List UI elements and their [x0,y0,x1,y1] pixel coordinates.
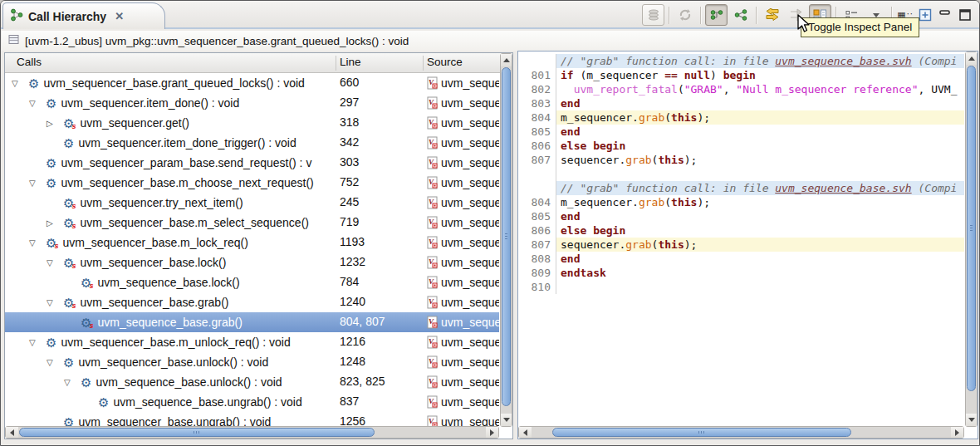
mouse-cursor [796,14,813,37]
line-cell: 303 [340,155,359,169]
tree-row[interactable]: ⚙uvm_sequence_base.ungrab() : void837Vuv… [5,392,499,412]
tree-row[interactable]: ▽⚙uvm_sequencer_base.m_unlock_req() : vo… [5,332,499,352]
source-cell: Vuvm_seque [427,292,499,312]
tree-row[interactable]: ▽⚙uvm_sequencer.item_done() : void297Vuv… [5,93,499,113]
scrollbar-thumb[interactable] [552,428,851,437]
scrollbar-thumb[interactable] [967,66,976,391]
minimize-icon[interactable] [936,5,954,25]
scrollbar-thumb[interactable] [502,67,511,406]
call-label: uvm_sequencer_base.lock() [80,256,226,269]
code-horizontal-scrollbar[interactable] [518,426,964,439]
tree-row[interactable]: ⚙uvm_sequencer_param_base.send_request()… [5,153,499,173]
method-icon: ⚙ [98,396,109,409]
tree-row[interactable]: ▽⚙suvm_sequencer_base.grab()1240Vuvm_seq… [5,292,499,312]
code-line-content: sequencer.grab(this); [556,238,964,252]
sv-file-icon: V [427,216,438,229]
tree-row[interactable]: ▽⚙uvm_sequencer_base.unlock() : void1248… [5,352,499,372]
scrollbar-thumb[interactable] [19,428,375,437]
refresh-icon[interactable] [674,4,696,26]
expander-icon[interactable]: ▽ [47,298,63,307]
line-number: 804 [519,195,556,209]
scroll-right-arrow[interactable] [486,427,498,438]
expander-icon[interactable]: ▽ [47,258,63,267]
scroll-down-arrow[interactable] [501,414,512,426]
swap-caller-callee-icon[interactable] [761,4,783,26]
code-line-content [556,167,964,181]
column-header-calls[interactable]: Calls [17,56,42,68]
column-header-source[interactable]: Source [427,56,463,68]
source-file-name: uvm_seque [441,216,499,229]
tree-row[interactable]: ▽⚙suvm_sequencer_base.lock()1232Vuvm_seq… [5,252,499,272]
sv-file-icon: V [427,395,438,409]
close-icon[interactable]: ✕ [115,10,124,22]
expander-icon[interactable]: ▽ [12,79,28,88]
scroll-left-arrow[interactable] [6,427,18,438]
line-number: 807 [519,153,556,167]
code-token: endtask [561,267,606,279]
expander-icon[interactable]: ▽ [47,358,63,367]
tree-row[interactable]: ⚙uvm_sequencer.item_done_trigger() : voi… [5,133,499,153]
line-cell: 1248 [340,355,365,368]
code-line: 807sequencer.grab(this); [519,153,964,167]
scroll-left-arrow[interactable] [519,427,532,438]
line-number: 805 [519,125,556,139]
file-link[interactable]: uvm_sequence_base.svh [775,182,911,194]
call-label: uvm_sequence_base.unlock() : void [96,375,282,389]
history-icon[interactable] [642,4,664,26]
line-cell: 297 [340,96,359,109]
sv-file-icon: V [427,236,438,249]
sv-file-icon: V [427,296,438,309]
code-line: 801if (m_sequencer == null) begin [519,68,964,82]
code-token: // "grab" function call: in file [561,182,775,194]
tree-row-selected[interactable]: ⚙suvm_sequence_base.grab()804, 807Vuvm_s… [5,312,499,332]
sv-file-icon: V [427,316,438,329]
file-link[interactable]: uvm_sequence_base.svh [775,55,911,67]
scroll-up-arrow[interactable] [501,54,512,66]
tree-row[interactable]: ▽⚙uvm_sequence_base.unlock() : void823, … [5,372,499,392]
tree-row[interactable]: ▷⚙suvm_sequencer_base.m_select_sequence(… [5,213,499,233]
tree-row[interactable]: ▽⚙uvm_sequencer_base.m_choose_next_reque… [5,173,499,193]
expander-icon[interactable]: ▽ [29,99,46,108]
tree-row[interactable]: ⚙uvm_sequencer_base.ungrab() : void1256V… [5,412,499,427]
source-cell: Vuvm_seque [427,193,499,213]
column-divider[interactable] [336,56,336,71]
expander-icon[interactable]: ▽ [29,238,46,248]
code-token: ( [664,196,671,208]
code-token: ( [678,83,684,96]
source-file-name: uvm_seque [441,196,499,209]
line-number: 803 [519,96,556,110]
tree-row-left: ▷⚙suvm_sequencer_base.m_select_sequence(… [5,213,321,233]
sv-file-icon: V [427,415,438,427]
scroll-right-arrow[interactable] [951,427,963,438]
tab-call-hierarchy[interactable]: Call Hierarchy ✕ [2,2,165,29]
code-editor[interactable]: // "grab" function call: in file uvm_seq… [519,52,964,425]
tree-row[interactable]: ⚙suvm_sequence_base.lock()784Vuvm_seque [5,272,499,292]
member-icon [8,33,19,48]
expander-icon[interactable]: ▷ [47,218,63,228]
expander-icon[interactable]: ▽ [64,378,81,387]
expander-icon[interactable]: ▽ [29,179,46,188]
code-token: grab [625,154,651,166]
callee-hierarchy-icon[interactable] [729,4,752,26]
line-number: 806 [519,223,556,238]
calls-horizontal-scrollbar[interactable] [5,426,499,439]
method-icon: ⚙ [63,137,74,149]
expander-icon[interactable]: ▷ [47,119,63,128]
caller-hierarchy-icon[interactable] [705,4,728,26]
column-header-line[interactable]: Line [340,56,361,68]
code-vertical-scrollbar[interactable] [965,51,978,427]
scroll-up-arrow[interactable] [966,52,977,65]
sv-file-icon: V [427,176,438,189]
source-file-name: uvm_seque [441,276,499,289]
tree-row[interactable]: ▽⚙uvm_sequencer_base.grant_queued_locks(… [5,73,499,93]
column-divider[interactable] [423,56,424,71]
tree-row[interactable]: ▷⚙suvm_sequencer.get()318Vuvm_seque [5,113,499,133]
scroll-down-arrow[interactable] [966,414,977,426]
sv-file-icon: V [427,375,438,389]
expander-icon[interactable]: ▽ [29,338,46,347]
calls-vertical-scrollbar[interactable] [500,53,512,427]
code-token: ); [697,196,710,208]
tree-row[interactable]: ⚙suvm_sequencer.try_next_item()245Vuvm_s… [5,193,499,213]
tree-row[interactable]: ▽⚙suvm_sequencer_base.m_lock_req()1193Vu… [5,233,499,252]
maximize-icon[interactable] [956,5,974,25]
